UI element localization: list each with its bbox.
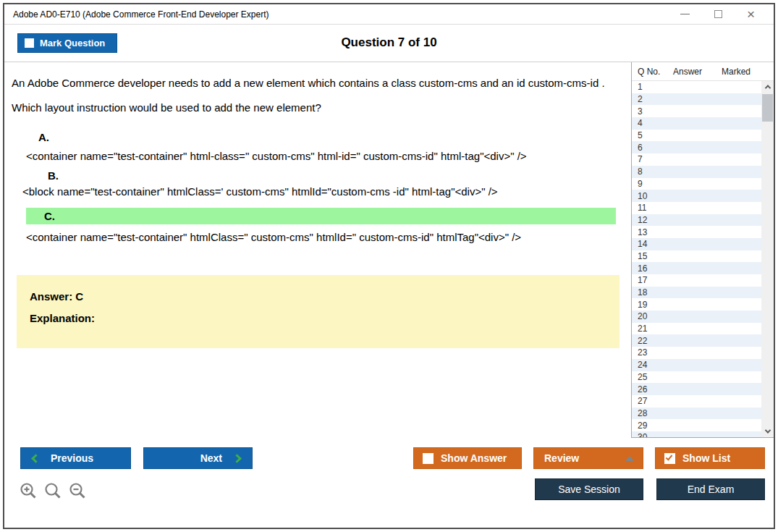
option-b-label[interactable]: B. xyxy=(48,169,631,182)
chevron-down-icon xyxy=(764,427,770,433)
row-q-number: 1 xyxy=(632,82,662,92)
question-panel: An Adobe Commerce developer needs to add… xyxy=(4,62,631,438)
question-list-row[interactable]: 6 xyxy=(632,141,761,153)
question-text: Which layout instruction would be used t… xyxy=(12,101,631,114)
question-list-row[interactable]: 5 xyxy=(632,130,761,142)
question-list-row[interactable]: 11 xyxy=(632,202,761,214)
close-button[interactable]: × xyxy=(747,10,755,18)
maximize-button[interactable] xyxy=(714,10,722,18)
question-list-row[interactable]: 12 xyxy=(632,214,761,227)
row-q-number: 28 xyxy=(632,408,662,418)
answer-text: Answer: C xyxy=(30,290,620,303)
review-label: Review xyxy=(544,452,579,464)
option-c-highlight[interactable]: C. xyxy=(26,208,616,224)
question-list-row[interactable]: 20 xyxy=(632,311,761,323)
question-list-row[interactable]: 14 xyxy=(632,238,761,250)
show-list-checkbox[interactable] xyxy=(664,453,675,464)
row-q-number: 4 xyxy=(632,118,662,128)
question-list-row[interactable]: 7 xyxy=(632,153,761,166)
question-list-row[interactable]: 9 xyxy=(632,178,761,190)
column-q-no: Q No. xyxy=(632,67,662,77)
scroll-up-button[interactable] xyxy=(761,81,774,93)
row-q-number: 15 xyxy=(632,251,662,261)
row-q-number: 9 xyxy=(632,179,662,189)
question-list-row[interactable]: 26 xyxy=(632,383,761,395)
chevron-left-icon xyxy=(31,454,41,463)
question-list-row[interactable]: 29 xyxy=(632,419,761,431)
question-list: 1234567891011121314151617181920212223242… xyxy=(632,81,774,437)
question-list-row[interactable]: 19 xyxy=(632,298,761,311)
chevron-up-icon xyxy=(764,85,770,90)
row-q-number: 10 xyxy=(632,191,662,201)
question-text: An Adobe Commerce developer needs to add… xyxy=(12,77,631,89)
show-answer-label: Show Answer xyxy=(441,452,507,464)
column-marked: Marked xyxy=(713,67,759,77)
question-list-row[interactable]: 30 xyxy=(632,431,761,437)
question-list-row[interactable]: 2 xyxy=(632,93,761,106)
question-list-row[interactable]: 8 xyxy=(632,166,761,178)
row-q-number: 13 xyxy=(632,227,662,237)
row-q-number: 27 xyxy=(632,396,662,406)
option-c-code[interactable]: <container name="test-container" htmlCla… xyxy=(26,231,631,243)
question-list-row[interactable]: 17 xyxy=(632,274,761,287)
question-list-row[interactable]: 22 xyxy=(632,334,761,347)
option-a-label[interactable]: A. xyxy=(38,131,631,143)
save-session-button[interactable]: Save Session xyxy=(535,478,643,500)
app-window: Adobe AD0-E710 (Adobe Commerce Front-End… xyxy=(3,3,775,529)
question-list-row[interactable]: 27 xyxy=(632,395,761,408)
previous-label: Previous xyxy=(51,452,93,464)
question-list-row[interactable]: 10 xyxy=(632,190,761,202)
question-list-row[interactable]: 25 xyxy=(632,371,761,384)
show-list-button[interactable]: Show List xyxy=(655,447,765,469)
row-q-number: 6 xyxy=(632,143,662,153)
question-list-row[interactable]: 24 xyxy=(632,359,761,371)
question-list-row[interactable]: 1 xyxy=(632,81,761,93)
close-icon: × xyxy=(747,10,755,18)
row-q-number: 26 xyxy=(632,384,662,394)
row-q-number: 12 xyxy=(632,215,662,225)
scroll-down-button[interactable] xyxy=(761,426,774,437)
previous-button[interactable]: Previous xyxy=(20,447,131,469)
row-q-number: 18 xyxy=(632,287,662,297)
question-list-row[interactable]: 18 xyxy=(632,287,761,299)
row-q-number: 19 xyxy=(632,300,662,310)
end-exam-button[interactable]: End Exam xyxy=(656,478,765,500)
maximize-icon xyxy=(714,10,722,18)
zoom-out-icon[interactable] xyxy=(68,481,88,501)
next-button[interactable]: Next xyxy=(143,447,253,469)
zoom-reset-icon[interactable] xyxy=(43,481,63,501)
review-dropdown[interactable]: Review xyxy=(533,447,643,469)
row-q-number: 16 xyxy=(632,263,662,274)
question-list-row[interactable]: 23 xyxy=(632,347,761,359)
scrollbar-thumb[interactable] xyxy=(762,94,773,122)
question-list-row[interactable]: 28 xyxy=(632,408,761,420)
window-title: Adobe AD0-E710 (Adobe Commerce Front-End… xyxy=(13,9,269,20)
title-bar: Adobe AD0-E710 (Adobe Commerce Front-End… xyxy=(4,4,774,25)
question-list-scrollbar[interactable] xyxy=(761,81,774,437)
question-list-row[interactable]: 16 xyxy=(632,262,761,274)
question-list-header: Q No. Answer Marked xyxy=(632,62,774,81)
option-b-code[interactable]: <block name="test-container" htmlClass='… xyxy=(22,185,631,198)
minimize-button[interactable] xyxy=(680,14,690,14)
row-q-number: 14 xyxy=(632,239,662,249)
column-answer: Answer xyxy=(662,67,713,77)
zoom-in-icon[interactable] xyxy=(19,481,38,501)
end-exam-label: End Exam xyxy=(688,484,735,495)
minimize-icon xyxy=(680,14,690,14)
row-q-number: 7 xyxy=(632,154,662,164)
footer: Previous Next Show Answer Review Show Li… xyxy=(4,438,774,528)
question-list-row[interactable]: 15 xyxy=(632,250,761,263)
question-list-panel: Q No. Answer Marked 12345678910111213141… xyxy=(631,62,774,438)
question-list-row[interactable]: 4 xyxy=(632,117,761,130)
question-list-row[interactable]: 21 xyxy=(632,323,761,335)
option-a-code[interactable]: <container name="test-container" html-cl… xyxy=(26,150,631,162)
show-answer-button[interactable]: Show Answer xyxy=(413,447,522,469)
row-q-number: 21 xyxy=(632,324,662,334)
explanation-label: Explanation: xyxy=(30,312,620,324)
question-list-row[interactable]: 13 xyxy=(632,226,761,238)
show-answer-checkbox[interactable] xyxy=(423,453,434,464)
show-list-label: Show List xyxy=(682,452,730,464)
chevron-right-icon xyxy=(232,454,242,463)
row-q-number: 8 xyxy=(632,166,662,177)
question-list-row[interactable]: 3 xyxy=(632,105,761,117)
